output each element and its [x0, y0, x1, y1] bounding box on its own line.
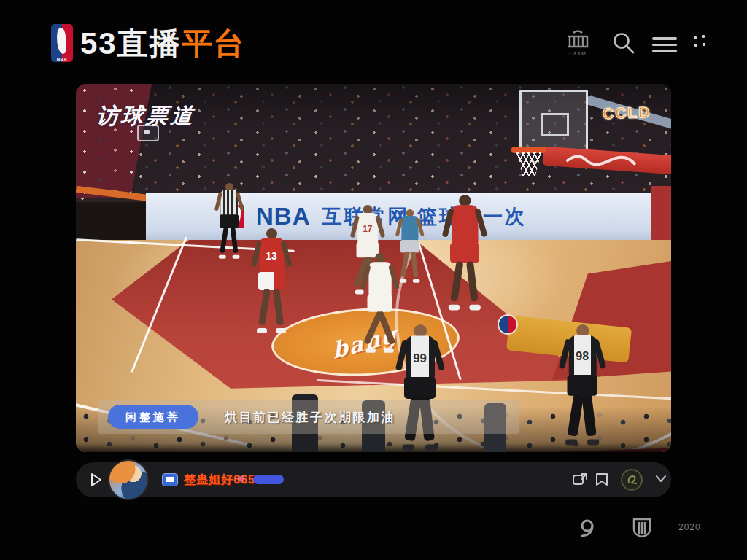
player-blue-shirt	[395, 209, 424, 286]
fullscreen-icon	[694, 36, 697, 39]
caption-badge[interactable]: 闲整施菩	[108, 405, 198, 429]
home-button[interactable]: CaXM	[564, 28, 592, 56]
circle-action-button[interactable]	[621, 469, 643, 491]
referee-number: 99	[413, 351, 427, 365]
player-red-right	[442, 195, 487, 315]
fullscreen-button[interactable]	[693, 35, 708, 50]
basketball-rim	[511, 147, 546, 153]
page-title-accent: 平台	[182, 26, 246, 61]
play-button[interactable]	[88, 472, 104, 488]
page-title: 53直播平台	[80, 23, 246, 64]
nba-logo[interactable]: NBA	[51, 24, 73, 62]
streamer-avatar[interactable]	[108, 459, 149, 500]
chevron-down-icon	[654, 474, 667, 484]
circle-action-icon	[622, 470, 641, 489]
referee-number: 98	[576, 350, 589, 363]
caption-text: 烘目前已经胜子次期限加油	[225, 409, 395, 426]
shield-grid-icon	[631, 516, 653, 540]
player-white-running	[360, 253, 399, 357]
player-control-bar: 整蛊姐好665 ♥	[76, 462, 671, 497]
home-icon	[564, 28, 592, 50]
search-button[interactable]	[611, 31, 636, 55]
video-player[interactable]: NBA 互联常网 篮球每一次 bang	[76, 84, 671, 452]
jersey-number: 13	[266, 250, 277, 262]
footer-year: 2020	[678, 522, 701, 532]
adboard-brand: NBA	[256, 203, 311, 230]
footer-shield-button[interactable]	[631, 516, 653, 540]
collapse-button[interactable]	[654, 474, 667, 484]
bookmark-button[interactable]	[593, 471, 611, 489]
play-icon	[88, 472, 104, 488]
progress-pill[interactable]	[253, 475, 284, 484]
player-red-13: 13	[251, 228, 292, 338]
jersey-number: 17	[363, 224, 372, 234]
nba-player-silhouette	[55, 27, 69, 55]
referee-98: 98	[559, 324, 605, 451]
watermark-sub-badge-icon	[137, 125, 159, 141]
app-window: NBA 53直播平台 CaXM NBA 互联常网 篮球每一次	[0, 0, 747, 560]
menu-icon	[652, 37, 677, 40]
backboard-inner-square	[541, 113, 569, 136]
pip-button[interactable]	[571, 471, 589, 489]
nba-logo-text: NBA	[51, 57, 73, 61]
referee-sideline	[214, 183, 244, 262]
home-caption: CaXM	[569, 51, 586, 56]
search-icon	[611, 31, 636, 55]
bookmark-icon	[593, 471, 611, 489]
footer-nine-icon	[578, 518, 602, 540]
menu-button[interactable]	[652, 34, 677, 56]
broadcaster-watermark: CCLD	[603, 104, 651, 122]
footer-list-button[interactable]	[578, 518, 602, 540]
pip-icon	[571, 471, 589, 489]
tv-badge-icon	[162, 473, 178, 486]
